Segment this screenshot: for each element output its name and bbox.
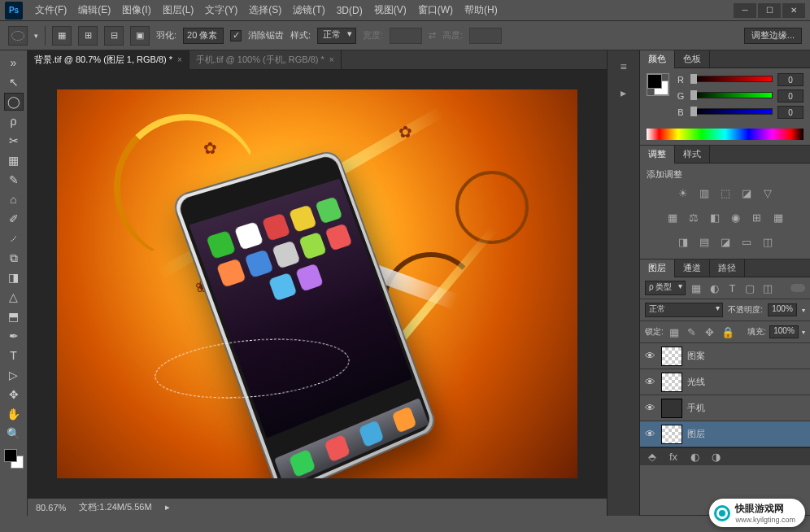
properties-panel-icon[interactable]: ▸ — [614, 83, 634, 102]
tab-adjustments[interactable]: 调整 — [640, 146, 675, 164]
lock-position-icon[interactable]: ✥ — [703, 325, 717, 339]
menu-filter[interactable]: 滤镜(T) — [287, 3, 330, 17]
r-value[interactable]: 0 — [777, 73, 803, 86]
path-tool[interactable]: ▷ — [4, 366, 24, 384]
healing-tool[interactable]: ⌂ — [4, 190, 24, 208]
tool-preset-ellipse[interactable] — [8, 26, 28, 46]
doc-tab-1[interactable]: 手机.tif @ 100% (手机, RGB/8) * × — [189, 50, 342, 70]
levels-icon[interactable]: ▥ — [697, 185, 712, 200]
new-adjustment-icon[interactable]: ◑ — [708, 450, 723, 464]
layer-name[interactable]: 图层 — [687, 428, 705, 440]
fill-input[interactable]: 100% — [769, 325, 799, 338]
layer-row[interactable]: 👁 图案 — [640, 343, 810, 369]
lock-pixels-icon[interactable]: ✎ — [685, 325, 699, 339]
eyedropper-tool[interactable]: ✎ — [4, 171, 24, 189]
layer-name[interactable]: 手机 — [687, 402, 705, 414]
pen-tool[interactable]: ✒ — [4, 327, 24, 345]
layer-fx-icon[interactable]: fx — [666, 450, 681, 464]
history-brush-tool[interactable]: ⧉ — [4, 249, 24, 267]
color-spectrum[interactable] — [647, 129, 803, 140]
clone-tool[interactable]: ⟋ — [4, 229, 24, 247]
selection-intersect-icon[interactable]: ▣ — [130, 26, 150, 46]
channel-mixer-icon[interactable]: ⊞ — [750, 210, 764, 225]
selection-subtract-icon[interactable]: ⊟ — [104, 26, 124, 46]
menu-window[interactable]: 窗口(W) — [412, 3, 459, 17]
menu-layer[interactable]: 图层(L) — [157, 3, 200, 17]
style-select[interactable]: 正常 — [317, 28, 356, 44]
tab-paths[interactable]: 路径 — [710, 259, 745, 277]
exposure-icon[interactable]: ◪ — [739, 185, 754, 200]
opacity-input[interactable]: 100% — [768, 303, 797, 316]
selection-new-icon[interactable]: ▦ — [52, 26, 72, 46]
fg-color[interactable] — [4, 449, 17, 462]
blend-mode-select[interactable]: 正常 — [645, 303, 723, 317]
vibrance-icon[interactable]: ▽ — [760, 185, 775, 200]
curves-icon[interactable]: ⬚ — [718, 185, 733, 200]
eraser-tool[interactable]: ◨ — [4, 268, 24, 286]
lock-transparency-icon[interactable]: ▦ — [667, 325, 682, 339]
layer-mask-icon[interactable]: ◐ — [687, 450, 702, 464]
b-slider[interactable] — [690, 108, 773, 116]
history-panel-icon[interactable]: ≡ — [614, 57, 634, 76]
visibility-icon[interactable]: 👁 — [645, 428, 656, 440]
menu-select[interactable]: 选择(S) — [243, 3, 287, 17]
close-icon[interactable]: × — [177, 55, 182, 64]
b-value[interactable]: 0 — [777, 106, 803, 119]
lock-all-icon[interactable]: 🔒 — [721, 325, 735, 339]
zoom-level[interactable]: 80.67% — [36, 503, 66, 512]
tab-channels[interactable]: 通道 — [675, 259, 710, 277]
layer-thumb[interactable] — [661, 347, 682, 366]
refine-edge-button[interactable]: 调整边缘... — [744, 28, 802, 44]
tab-layers[interactable]: 图层 — [640, 259, 675, 277]
doc-tab-0[interactable]: 背景.tif @ 80.7% (图层 1, RGB/8) * × — [28, 50, 189, 70]
layer-name[interactable]: 光线 — [687, 376, 705, 388]
close-icon[interactable]: × — [329, 55, 334, 64]
filter-pixel-icon[interactable]: ▦ — [689, 281, 703, 295]
chevron-right-icon[interactable]: ▸ — [165, 502, 170, 512]
photo-filter-icon[interactable]: ◉ — [729, 210, 743, 225]
window-minimize[interactable]: ─ — [734, 3, 756, 18]
tab-swatches[interactable]: 色板 — [675, 50, 710, 68]
gradient-map-icon[interactable]: ▭ — [739, 234, 754, 249]
invert-icon[interactable]: ◨ — [676, 234, 690, 249]
lasso-tool[interactable]: ρ — [4, 112, 24, 130]
blur-tool[interactable]: ⬒ — [4, 307, 24, 325]
lookup-icon[interactable]: ▦ — [771, 210, 786, 225]
menu-3d[interactable]: 3D(D) — [331, 5, 368, 16]
visibility-icon[interactable]: 👁 — [645, 350, 656, 362]
layer-row[interactable]: 👁 图层 — [640, 421, 810, 447]
hue-icon[interactable]: ▦ — [665, 210, 680, 225]
color-swatch[interactable] — [4, 449, 24, 469]
brush-tool[interactable]: ✐ — [4, 210, 24, 228]
g-value[interactable]: 0 — [777, 89, 803, 102]
antialias-checkbox[interactable]: ✓ — [230, 30, 242, 41]
layer-thumb[interactable] — [661, 425, 682, 444]
canvas[interactable]: ✿ ❀ ✿ — [28, 70, 607, 498]
tab-color[interactable]: 颜色 — [640, 50, 675, 68]
layer-thumb[interactable] — [661, 399, 682, 418]
hand-tool[interactable]: ✋ — [4, 405, 24, 423]
window-maximize[interactable]: ☐ — [758, 3, 781, 18]
gradient-tool[interactable]: △ — [4, 288, 24, 306]
menu-help[interactable]: 帮助(H) — [459, 3, 503, 17]
layer-name[interactable]: 图案 — [687, 350, 705, 362]
r-slider[interactable] — [690, 76, 773, 84]
feather-input[interactable] — [183, 28, 224, 44]
filter-type-select[interactable]: ρ 类型 — [645, 281, 686, 295]
posterize-icon[interactable]: ▤ — [697, 234, 712, 249]
zoom-tool[interactable]: 🔍 — [4, 425, 24, 443]
type-tool[interactable]: T — [4, 347, 24, 364]
menu-file[interactable]: 文件(F) — [29, 3, 72, 17]
tab-styles[interactable]: 样式 — [675, 146, 710, 164]
visibility-icon[interactable]: 👁 — [645, 402, 656, 414]
filter-smart-icon[interactable]: ◫ — [760, 281, 775, 295]
layer-thumb[interactable] — [661, 373, 682, 392]
menu-edit[interactable]: 编辑(E) — [72, 3, 116, 17]
menu-view[interactable]: 视图(V) — [368, 3, 412, 17]
chevron-down-icon[interactable]: ▾ — [802, 307, 805, 314]
selection-add-icon[interactable]: ⊞ — [78, 26, 98, 46]
bw-icon[interactable]: ◧ — [708, 210, 722, 225]
menu-type[interactable]: 文字(Y) — [199, 3, 243, 17]
move-tool[interactable]: ↖ — [4, 73, 24, 91]
crop-tool[interactable]: ▦ — [4, 151, 24, 169]
